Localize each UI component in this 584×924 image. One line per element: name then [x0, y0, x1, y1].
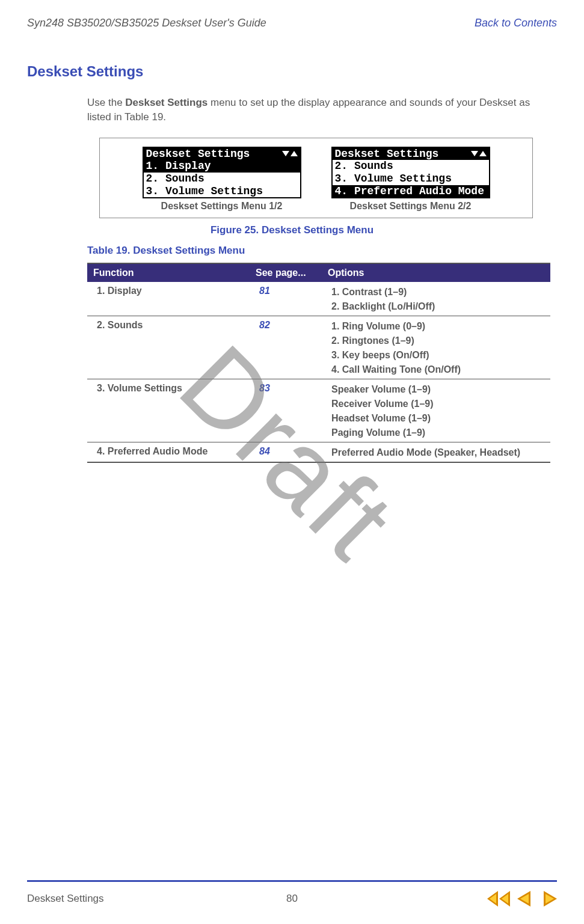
header-left: Syn248 SB35020/SB35025 Deskset User's Gu…	[27, 17, 266, 29]
option-text: Preferred Audio Mode (Speaker, Headset)	[331, 447, 544, 458]
intro-bold: Deskset Settings	[125, 97, 207, 108]
back-to-contents-link[interactable]: Back to Contents	[475, 17, 557, 29]
option-text: 2. Backlight (Lo/Hi/Off)	[331, 301, 544, 312]
option-text: 1. Contrast (1–9)	[331, 287, 544, 298]
option-text: Paging Volume (1–9)	[331, 427, 544, 438]
lcd1-row3: 3. Volume Settings	[146, 185, 263, 198]
option-text: 3. Key beeps (On/Off)	[331, 350, 544, 361]
nav-next-button[interactable]	[540, 890, 557, 907]
lcd2-row2: 3. Volume Settings	[335, 173, 452, 185]
figure-box: Deskset Settings 1. Display 2. Sounds 3.…	[99, 138, 533, 219]
settings-table: Function See page... Options 1. Display …	[87, 263, 550, 463]
intro-paragraph: Use the Deskset Settings menu to set up …	[87, 96, 551, 124]
cell-options: 1. Ring Volume (0–9) 2. Ringtones (1–9) …	[322, 316, 550, 379]
nav-prev-button[interactable]	[517, 890, 534, 907]
table-header-row: Function See page... Options	[87, 263, 550, 282]
cell-options: Preferred Audio Mode (Speaker, Headset)	[322, 442, 550, 463]
cell-function: 2. Sounds	[87, 316, 250, 379]
lcd1-row1: 1. Display	[146, 160, 211, 173]
lcd1-caption: Deskset Settings Menu 1/2	[143, 201, 301, 212]
th-options: Options	[322, 263, 550, 282]
page-link-81[interactable]: 81	[259, 286, 270, 296]
footer-nav	[487, 890, 557, 907]
cell-function: 4. Preferred Audio Mode	[87, 442, 250, 463]
scroll-arrows-icon	[282, 151, 298, 156]
th-function: Function	[87, 263, 250, 282]
table-row: 4. Preferred Audio Mode 84 Preferred Aud…	[87, 442, 550, 463]
cell-function: 1. Display	[87, 282, 250, 316]
lcd2-row1: 2. Sounds	[335, 160, 393, 173]
table-row: 2. Sounds 82 1. Ring Volume (0–9) 2. Rin…	[87, 316, 550, 379]
lcd1-row2: 2. Sounds	[146, 173, 204, 185]
lcd2-title: Deskset Settings	[335, 148, 439, 161]
lcd1-title: Deskset Settings	[146, 148, 250, 161]
nav-first-button[interactable]	[487, 890, 511, 907]
option-text: Headset Volume (1–9)	[331, 413, 544, 424]
option-text: 4. Call Waiting Tone (On/Off)	[331, 364, 544, 375]
page-link-83[interactable]: 83	[259, 383, 270, 393]
cell-options: Speaker Volume (1–9) Receiver Volume (1–…	[322, 379, 550, 442]
scroll-arrows-icon	[471, 151, 487, 156]
option-text: Receiver Volume (1–9)	[331, 399, 544, 409]
lcd2-row3: 4. Preferred Audio Mode	[335, 185, 484, 198]
option-text: 2. Ringtones (1–9)	[331, 335, 544, 346]
lcd2-caption: Deskset Settings Menu 2/2	[331, 201, 490, 212]
option-text: 1. Ring Volume (0–9)	[331, 321, 544, 332]
figure-caption: Figure 25. Deskset Settings Menu	[27, 224, 557, 236]
page-link-82[interactable]: 82	[259, 320, 270, 330]
lcd-screen-1: Deskset Settings 1. Display 2. Sounds 3.…	[143, 147, 301, 212]
table-row: 3. Volume Settings 83 Speaker Volume (1–…	[87, 379, 550, 442]
footer-section: Deskset Settings	[27, 893, 104, 905]
table-caption: Table 19. Deskset Settings Menu	[87, 245, 557, 257]
cell-function: 3. Volume Settings	[87, 379, 250, 442]
th-page: See page...	[250, 263, 322, 282]
option-text: Speaker Volume (1–9)	[331, 384, 544, 395]
table-row: 1. Display 81 1. Contrast (1–9) 2. Backl…	[87, 282, 550, 316]
cell-options: 1. Contrast (1–9) 2. Backlight (Lo/Hi/Of…	[322, 282, 550, 316]
page-heading: Deskset Settings	[27, 63, 557, 80]
intro-prefix: Use the	[87, 97, 125, 108]
footer-rule	[27, 880, 557, 882]
footer-page-number: 80	[286, 893, 298, 905]
lcd-screen-2: Deskset Settings 2. Sounds 3. Volume Set…	[331, 147, 490, 212]
page-link-84[interactable]: 84	[259, 446, 270, 456]
